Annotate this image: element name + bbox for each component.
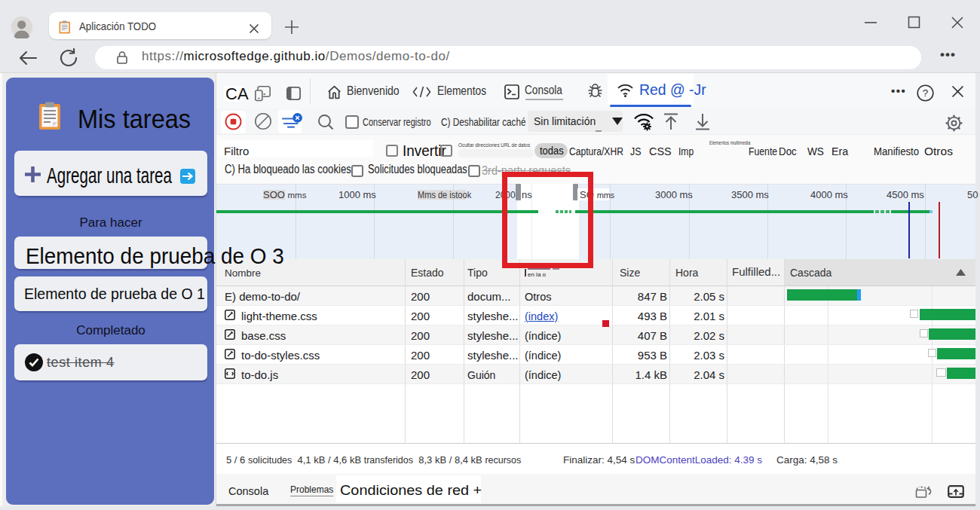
svg-text:?: ? (923, 87, 929, 99)
